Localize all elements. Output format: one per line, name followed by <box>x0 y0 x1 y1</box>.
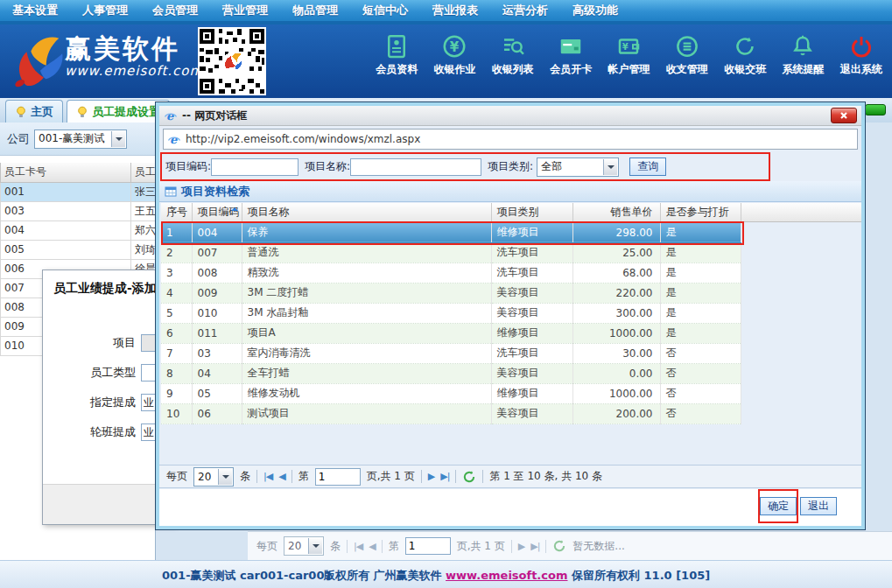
close-button[interactable] <box>831 108 857 123</box>
search-row: 项目编码: 项目名称: 项目类别: 全部 查询 <box>159 153 666 180</box>
table-cell: 是 <box>660 303 741 323</box>
last-page-button[interactable]: ▶| <box>530 541 539 552</box>
project-row[interactable]: 6011项目A维修项目1000.00是 <box>161 323 741 343</box>
project-row[interactable]: 804全车打蜡美容项目0.00否 <box>161 363 741 383</box>
toolbar-item-shift-change[interactable]: 收银交班 <box>717 30 773 94</box>
page-suffix-label: 页,共 1 页 <box>457 539 505 554</box>
table-cell: 1000.00 <box>572 383 660 403</box>
menu-item-business-reports[interactable]: 营业报表 <box>432 3 478 18</box>
menu-item-hr-management[interactable]: 人事管理 <box>82 3 128 18</box>
toolbar-item-system-alert[interactable]: 系统提醒 <box>775 30 831 94</box>
table-cell: 004 <box>192 222 242 242</box>
table-cell: 否 <box>660 383 741 403</box>
column-header[interactable]: 项目类别 <box>491 203 572 222</box>
table-cell: 否 <box>660 403 741 424</box>
toolbar-label: 收银交班 <box>724 62 766 77</box>
menu-item-sms-center[interactable]: 短信中心 <box>362 3 408 18</box>
table-cell: 是 <box>660 323 741 343</box>
copyright-suffix: 保留所有权利 11.0 [105] <box>568 569 711 582</box>
first-page-button[interactable]: |◀ <box>354 541 362 552</box>
table-cell: 30.00 <box>572 343 660 363</box>
toolbar-item-member-card[interactable]: 会员开卡 <box>543 30 599 94</box>
ok-button[interactable]: 确定 <box>760 497 797 515</box>
page-suffix-label: 页,共 1 页 <box>367 469 415 484</box>
project-code-input[interactable] <box>211 158 299 176</box>
project-row[interactable]: 1006测试项目美容项目200.00否 <box>161 403 741 424</box>
project-row[interactable]: 703室内消毒清洗洗车项目30.00否 <box>161 343 741 363</box>
employee-row[interactable]: 005刘琦 <box>1 240 176 259</box>
toolbar-label: 收银作业 <box>433 62 475 77</box>
toolbar-item-account-management[interactable]: ¥ 帐户管理 <box>601 30 657 94</box>
dialog-footer <box>43 484 174 524</box>
page-number-input[interactable] <box>405 537 451 555</box>
table-cell: 68.00 <box>572 262 660 283</box>
table-cell: 维修项目 <box>491 222 572 242</box>
menu-item-operation-analysis[interactable]: 运营分析 <box>502 3 548 18</box>
company-select[interactable]: 001-赢美测试 <box>34 130 127 149</box>
header-band: 赢美软件 www.emeisoft.com <box>0 24 892 98</box>
toolbar-item-exit-system[interactable]: 退出系统 <box>833 30 889 94</box>
employee-row[interactable]: 001张三 <box>1 182 176 201</box>
project-name-input[interactable] <box>350 158 481 176</box>
column-header[interactable]: 员工卡号 <box>1 163 131 182</box>
prev-page-button[interactable]: ◀ <box>369 541 375 552</box>
refresh-icon[interactable] <box>552 539 566 553</box>
first-page-button[interactable]: |◀ <box>263 471 272 482</box>
form-row: 指定提成 业 <box>43 393 174 412</box>
project-code-label: 项目编码: <box>165 159 211 174</box>
last-page-button[interactable]: ▶| <box>440 471 449 482</box>
per-page-select[interactable]: 20 <box>284 536 324 556</box>
footer-site-link[interactable]: www.emeisoft.com <box>446 569 567 582</box>
prev-page-button[interactable]: ◀ <box>278 471 284 482</box>
project-row[interactable]: 905维修发动机维修项目1000.00否 <box>161 383 741 403</box>
toolbar-item-member-profile[interactable]: 会员资料 <box>369 30 425 94</box>
table-cell: 洗车项目 <box>491 343 572 363</box>
bulb-icon <box>15 106 27 118</box>
column-header[interactable]: 序号 <box>161 203 192 222</box>
next-page-button[interactable]: ▶ <box>428 471 434 482</box>
menu-item-goods-management[interactable]: 物品管理 <box>292 3 338 18</box>
menu-item-advanced-functions[interactable]: 高级功能 <box>572 3 618 18</box>
column-header[interactable]: 销售单价 <box>572 203 660 222</box>
brand-name: 赢美软件 <box>65 35 203 63</box>
toolbar-item-income-expense[interactable]: 收支管理 <box>659 30 715 94</box>
toolbar-label: 收银列表 <box>492 62 534 77</box>
main-menubar: 基本设置 人事管理 会员管理 营业管理 物品管理 短信中心 营业报表 运营分析 … <box>0 0 892 24</box>
project-table: 序号 项目编码 项目名称 项目类别 销售单价 是否参与打折 1004保养维修项目… <box>161 203 741 424</box>
table-cell: 008 <box>192 262 242 283</box>
menu-item-basic-settings[interactable]: 基本设置 <box>12 3 58 18</box>
employee-row[interactable]: 004郑六 <box>1 220 176 240</box>
toolbar-item-cashier-list[interactable]: 收银列表 <box>485 30 541 94</box>
dialog-titlebar[interactable]: e -- 网页对话框 <box>159 106 861 126</box>
table-cell: 5 <box>161 303 192 323</box>
refresh-icon[interactable] <box>462 470 476 484</box>
per-page-select[interactable]: 20 <box>193 467 234 486</box>
column-header[interactable]: 是否参与打折 <box>660 203 741 222</box>
project-row[interactable]: 40093M 二度打蜡美容项目220.00是 <box>161 283 741 303</box>
project-table-header: 序号 项目编码 项目名称 项目类别 销售单价 是否参与打折 <box>161 203 741 222</box>
employee-row[interactable]: 003王五 <box>1 201 176 220</box>
query-button[interactable]: 查询 <box>629 158 666 176</box>
exit-button[interactable]: 退出 <box>800 497 837 515</box>
next-page-button[interactable]: ▶ <box>518 541 524 552</box>
toolbar-label: 会员资料 <box>376 62 418 77</box>
project-row-selected[interactable]: 1004保养维修项目298.00是 <box>161 222 741 242</box>
toolbar-item-cashier-work[interactable]: ¥ 收银作业 <box>426 30 482 94</box>
column-header[interactable]: 项目名称 <box>242 203 491 222</box>
page-number-input[interactable] <box>315 468 361 486</box>
project-row[interactable]: 2007普通洗洗车项目25.00是 <box>161 242 741 262</box>
unit-label: 条 <box>330 539 341 554</box>
project-row[interactable]: 50103M 水晶封釉美容项目300.00是 <box>161 303 741 323</box>
project-type-select[interactable]: 全部 <box>537 158 619 177</box>
chevron-down-icon <box>218 469 232 485</box>
table-cell: 4 <box>161 283 192 303</box>
column-header[interactable]: 项目编码 <box>192 203 242 222</box>
menu-item-business-management[interactable]: 营业管理 <box>222 3 268 18</box>
project-row[interactable]: 3008精致洗洗车项目68.00是 <box>161 262 741 283</box>
table-cell: 0.00 <box>572 363 660 383</box>
tab-employee-commission-settings[interactable]: 员工提成设置 <box>67 100 170 122</box>
menu-item-member-management[interactable]: 会员管理 <box>152 3 198 18</box>
header-toolbar: 会员资料 ¥ 收银作业 收银列表 会员开卡 <box>368 30 890 94</box>
tab-home[interactable]: 主页 <box>5 100 63 122</box>
close-icon <box>839 111 848 120</box>
